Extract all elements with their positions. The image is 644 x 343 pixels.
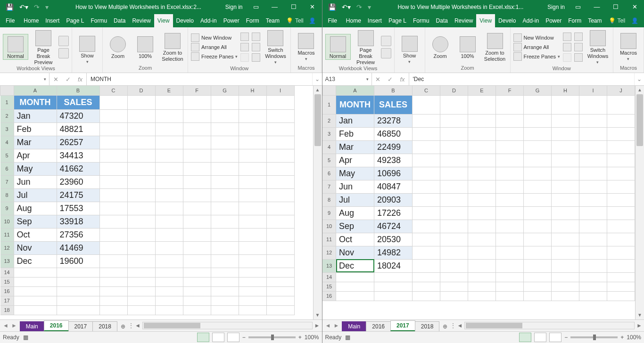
cell-D1[interactable] [127,95,155,109]
row-header-5[interactable]: 5 [322,154,336,167]
cell-F1[interactable] [496,95,524,114]
cell-J3[interactable] [607,127,635,140]
cell-H7[interactable] [552,180,579,193]
col-header-G[interactable]: G [524,86,552,95]
cell-B16[interactable] [57,286,99,296]
cell-E18[interactable] [155,305,183,315]
ribbon-display-icon[interactable]: ▭ [569,0,587,14]
row-header-13[interactable]: 13 [322,259,336,272]
vertical-scrollbar[interactable]: ▲ ▼ [635,86,644,319]
sheet-nav-prev-icon[interactable]: ◄ [3,322,8,329]
cell-I5[interactable] [579,154,607,167]
cell-G14[interactable] [211,268,239,277]
col-header-A[interactable]: A [14,86,57,95]
cell-D4[interactable] [127,136,155,149]
show-dropdown[interactable]: Show▾ [397,34,422,65]
row-header-12[interactable]: 12 [322,246,336,259]
cell-G15[interactable] [211,277,239,286]
cell-G4[interactable] [211,136,239,149]
ribbon-tab-review[interactable]: Review [129,14,154,27]
cell-I10[interactable] [266,215,294,228]
cell-F3[interactable] [496,127,524,140]
close-button[interactable]: ✕ [303,0,322,14]
cell-D4[interactable] [440,140,468,154]
cell-C5[interactable] [99,149,127,162]
cell-F17[interactable] [183,296,211,305]
cell-I2[interactable] [579,114,607,127]
cell-B6[interactable]: 41662 [57,162,99,175]
cell-A2[interactable]: Jan [336,114,374,127]
cell-I6[interactable] [579,167,607,180]
cell-I15[interactable] [266,277,294,286]
cell-I13[interactable] [579,259,607,272]
page-layout-view-icon[interactable] [534,333,546,342]
cell-C8[interactable] [99,188,127,202]
row-header-14[interactable]: 14 [0,268,14,277]
cell-I7[interactable] [266,175,294,188]
cell-H13[interactable] [552,259,579,272]
sign-in-link[interactable]: Sign in [547,4,565,10]
cell-J1[interactable] [607,95,635,114]
zoom-button[interactable]: Zoom [106,34,130,59]
ribbon-tab-page l[interactable]: Page L [63,14,87,27]
cell-B16[interactable] [374,291,413,301]
cell-H5[interactable] [239,149,266,162]
macro-record-icon[interactable]: ▦ [23,334,28,341]
cell-C10[interactable] [99,215,127,228]
cell-F12[interactable] [183,241,211,254]
scroll-up-icon[interactable]: ▲ [314,86,322,94]
cell-C3[interactable] [99,122,127,136]
cell-D12[interactable] [440,246,468,259]
row-header-11[interactable]: 11 [0,228,14,241]
ribbon-tab-team[interactable]: Team [263,14,283,27]
cell-J15[interactable] [607,282,635,291]
cell-I12[interactable] [579,246,607,259]
cell-F14[interactable] [496,272,524,282]
cell-A5[interactable]: Apr [336,154,374,167]
cell-C2[interactable] [413,114,440,127]
cell-C1[interactable] [413,95,440,114]
expand-formula-bar-icon[interactable]: ⌄ [312,73,322,85]
row-header-7[interactable]: 7 [322,180,336,193]
cell-C10[interactable] [413,220,440,233]
cell-F2[interactable] [183,109,211,122]
sheet-tab-2016[interactable]: 2016 [366,321,391,331]
cell-I11[interactable] [579,233,607,246]
cell-B12[interactable]: 14982 [374,246,413,259]
cell-H11[interactable] [239,228,266,241]
tell-me-box[interactable]: 💡Tell me [283,14,303,27]
hscroll-thumb[interactable] [144,323,200,328]
row-header-1[interactable]: 1 [322,95,336,114]
cell-B14[interactable] [57,268,99,277]
cell-E14[interactable] [155,268,183,277]
cell-H11[interactable] [552,233,579,246]
row-header-7[interactable]: 7 [0,175,14,188]
cell-J12[interactable] [607,246,635,259]
row-header-10[interactable]: 10 [322,220,336,233]
freeze-panes-dropdown[interactable]: Freeze Panes ▾ [191,52,238,61]
col-header-J[interactable]: J [607,86,635,95]
ribbon-tab-power[interactable]: Power [220,14,243,27]
cell-E7[interactable] [155,175,183,188]
row-header-16[interactable]: 16 [322,291,336,301]
cell-F9[interactable] [183,202,211,215]
cell-A9[interactable]: Aug [336,206,374,220]
cell-A4[interactable]: Mar [14,136,57,149]
cell-I11[interactable] [266,228,294,241]
sheet-nav-next-icon[interactable]: ► [11,322,17,329]
cell-H15[interactable] [239,277,266,286]
cell-E16[interactable] [155,286,183,296]
col-header-E[interactable]: E [468,86,496,95]
cell-J10[interactable] [607,220,635,233]
cell-H18[interactable] [239,305,266,315]
close-button[interactable]: ✕ [625,0,644,14]
cell-A10[interactable]: Sep [336,220,374,233]
normal-view-icon[interactable] [519,333,531,342]
view-side-by-side-icon[interactable] [574,33,583,41]
cell-H2[interactable] [239,109,266,122]
cell-F14[interactable] [183,268,211,277]
cell-C15[interactable] [413,282,440,291]
row-header-2[interactable]: 2 [0,109,14,122]
cell-I14[interactable] [579,272,607,282]
cell-A15[interactable] [336,282,374,291]
